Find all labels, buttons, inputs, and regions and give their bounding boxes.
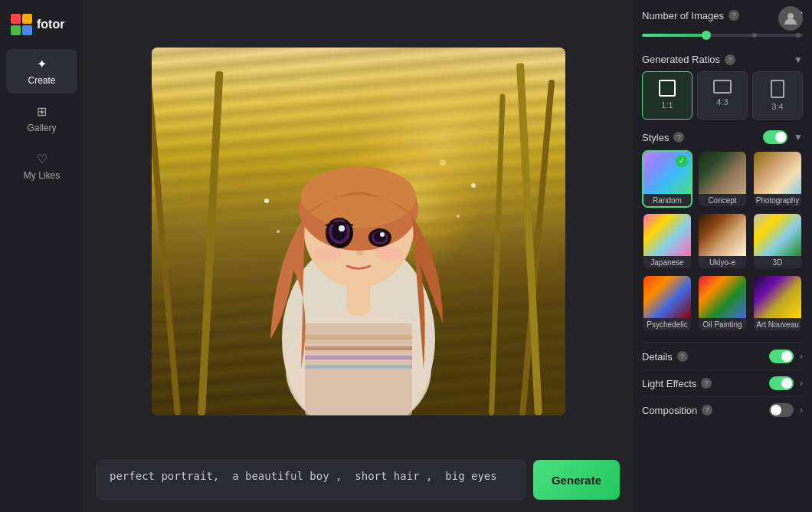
style-item-psychedelic-pop[interactable]: PsychedelicPop <box>642 274 692 332</box>
style-thumb-oil <box>699 276 746 318</box>
styles-grid: Random ✓ ConceptIllustration Photography… <box>642 150 803 332</box>
svg-point-31 <box>375 245 403 261</box>
composition-chevron-icon[interactable]: › <box>800 405 803 415</box>
sidebar: fotor ✦ Create ⊞ Gallery ♡ My Likes <box>0 0 84 512</box>
slider-fill <box>642 34 706 37</box>
ratios-info-icon[interactable]: ? <box>725 54 735 65</box>
ratio-item-1-1[interactable]: 1:1 <box>642 71 692 120</box>
composition-row: Composition ? › <box>642 396 803 423</box>
svg-rect-14 <box>305 346 412 350</box>
light-effects-toggle[interactable] <box>769 376 794 390</box>
svg-point-36 <box>440 159 446 166</box>
style-thumb-3d <box>754 214 801 256</box>
details-right: › <box>769 350 803 363</box>
prompt-area: perfect portrait, a beautiful boy , shor… <box>97 460 620 500</box>
style-item-ukiyo-e[interactable]: Ukiyo-e <box>697 212 748 270</box>
generated-ratios-section: Generated Ratios ? ▼ 1:1 4:3 3:4 <box>642 54 803 120</box>
svg-rect-2 <box>11 25 21 35</box>
sidebar-item-gallery-label: Gallery <box>27 123 56 133</box>
style-label-anime: JapaneseAnime <box>643 256 691 270</box>
svg-point-37 <box>787 13 794 19</box>
generated-ratios-header: Generated Ratios ? ▼ <box>642 54 803 65</box>
number-of-images-info-icon[interactable]: ? <box>729 10 739 21</box>
light-effects-row: Light Effects ? › <box>642 369 803 396</box>
light-effects-chevron-icon[interactable]: › <box>800 378 803 389</box>
style-item-concept-illustration[interactable]: ConceptIllustration <box>697 150 748 208</box>
logo-text: fotor <box>37 18 64 31</box>
anime-character-svg <box>152 48 565 415</box>
styles-toggle-thumb <box>775 132 786 143</box>
ratio-frame-4-3 <box>713 80 732 94</box>
svg-point-24 <box>339 225 345 231</box>
style-check-random: ✓ <box>676 155 688 167</box>
slider-track <box>642 34 803 37</box>
composition-right: › <box>769 403 803 417</box>
anime-scene <box>152 48 565 415</box>
style-label-psychedelic: PsychedelicPop <box>643 318 691 332</box>
ratio-item-4-3[interactable]: 4:3 <box>697 71 748 120</box>
style-thumb-ukiyoe <box>699 214 746 256</box>
light-effects-toggle-thumb <box>781 378 792 389</box>
fotor-logo-icon <box>11 14 32 35</box>
svg-rect-13 <box>305 335 412 340</box>
details-chevron-icon[interactable]: › <box>800 351 803 362</box>
svg-point-20 <box>301 166 416 228</box>
details-toggle[interactable] <box>769 350 794 363</box>
styles-controls: ▼ <box>763 130 803 144</box>
styles-toggle[interactable] <box>763 130 787 144</box>
details-info-icon[interactable]: ? <box>677 351 688 362</box>
main-content: perfect portrait, a beautiful boy , shor… <box>84 0 632 512</box>
composition-left: Composition ? <box>642 405 712 416</box>
sidebar-item-create[interactable]: ✦ Create <box>6 49 77 94</box>
style-item-random[interactable]: Random ✓ <box>642 150 692 208</box>
sidebar-item-my-likes[interactable]: ♡ My Likes <box>6 144 77 189</box>
composition-toggle-thumb <box>771 405 781 415</box>
style-label-random: Random <box>643 194 691 208</box>
generated-image <box>152 48 565 415</box>
style-thumb-photography <box>754 152 801 194</box>
style-label-photography: Photography <box>754 194 801 208</box>
style-thumb-psychedelic <box>643 276 691 318</box>
ratio-frame-1-1 <box>659 80 676 97</box>
styles-info-icon[interactable]: ? <box>673 132 684 143</box>
style-item-photography[interactable]: Photography <box>752 150 803 208</box>
svg-point-35 <box>457 215 460 218</box>
light-effects-info-icon[interactable]: ? <box>701 378 712 389</box>
style-thumb-artnouveau <box>754 276 801 318</box>
canvas-area <box>97 12 620 451</box>
styles-dropdown-icon[interactable]: ▼ <box>794 132 803 143</box>
style-label-concept: ConceptIllustration <box>699 194 746 208</box>
style-item-oil-painting[interactable]: Oil Painting <box>697 274 748 332</box>
heart-icon: ♡ <box>37 152 47 166</box>
svg-point-23 <box>332 222 347 241</box>
svg-point-29 <box>356 251 364 255</box>
ratios-dropdown-icon[interactable]: ▼ <box>794 54 803 65</box>
style-item-japanese-anime[interactable]: JapaneseAnime <box>642 212 692 270</box>
svg-point-28 <box>380 232 385 237</box>
bottom-sections: Details ? › Light Effects ? › <box>642 343 803 423</box>
number-of-images-title: Number of Images ? <box>642 10 739 21</box>
sidebar-item-create-label: Create <box>28 75 55 86</box>
composition-toggle[interactable] <box>769 403 794 417</box>
style-item-3d[interactable]: 3D <box>752 212 803 270</box>
details-row: Details ? › <box>642 343 803 369</box>
sidebar-item-gallery[interactable]: ⊞ Gallery <box>6 97 77 141</box>
image-count-slider[interactable] <box>642 28 803 43</box>
style-thumb-anime <box>643 214 691 256</box>
user-icon <box>784 11 797 25</box>
style-item-art-nouveau[interactable]: Art Nouveau <box>752 274 803 332</box>
generated-ratios-title: Generated Ratios ? <box>642 54 735 65</box>
slider-thumb <box>702 31 711 40</box>
style-label-oil: Oil Painting <box>699 318 746 332</box>
details-left: Details ? <box>642 351 688 363</box>
user-avatar[interactable] <box>778 6 803 31</box>
styles-title: Styles ? <box>642 132 684 143</box>
slider-dot-1 <box>752 33 757 38</box>
generate-button[interactable]: Generate <box>533 460 620 500</box>
prompt-input[interactable]: perfect portrait, a beautiful boy , shor… <box>97 460 526 500</box>
composition-info-icon[interactable]: ? <box>702 405 712 415</box>
svg-point-33 <box>277 230 280 233</box>
ratio-item-3-4[interactable]: 3:4 <box>752 71 803 120</box>
create-icon: ✦ <box>37 57 47 71</box>
style-label-artnouveau: Art Nouveau <box>754 318 801 332</box>
